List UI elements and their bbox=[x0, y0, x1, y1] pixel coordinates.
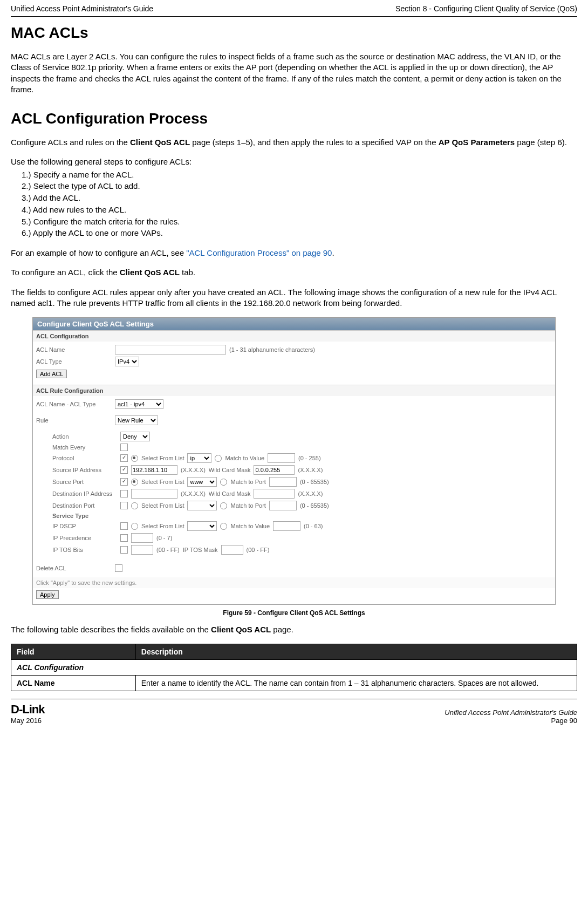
hint-range: (0 - 63) bbox=[304, 523, 323, 529]
label-ip-dscp: IP DSCP bbox=[52, 523, 117, 529]
paragraph-fields-desc: The fields to configure ACL rules appear… bbox=[11, 287, 577, 309]
paragraph-example: For an example of how to configure an AC… bbox=[11, 248, 577, 258]
input-ip-tos-mask[interactable] bbox=[221, 545, 243, 555]
label-select-from-list: Select From List bbox=[141, 523, 184, 529]
label-acl-name: ACL Name bbox=[36, 346, 112, 353]
label-match-to-value: Match to Value bbox=[225, 455, 264, 461]
hint-format: (X.X.X.X) bbox=[298, 490, 323, 497]
td-acl-name-desc: Enter a name to identify the ACL. The na… bbox=[135, 676, 577, 691]
text-fragment: The following table describes the fields… bbox=[11, 625, 211, 634]
header-right: Section 8 - Configuring Client Quality o… bbox=[395, 4, 577, 13]
input-dest-mask[interactable] bbox=[254, 489, 295, 499]
text-fragment: For an example of how to configure an AC… bbox=[11, 248, 186, 257]
heading-mac-acls: MAC ACLs bbox=[11, 24, 577, 42]
checkbox-ip-dscp[interactable] bbox=[120, 522, 128, 530]
label-acl-type: ACL Type bbox=[36, 358, 112, 365]
figure-config-panel: Configure Client QoS ACL Settings ACL Co… bbox=[32, 317, 556, 605]
text-bold: Client QoS ACL bbox=[120, 268, 180, 277]
checkbox-dest-ip[interactable] bbox=[120, 490, 128, 497]
select-acl-type[interactable]: IPv4 bbox=[115, 357, 139, 366]
steps-list: 1.) Specify a name for the ACL. 2.) Sele… bbox=[22, 169, 577, 240]
radio-src-port-value[interactable] bbox=[220, 479, 227, 486]
step-item: 3.) Add the ACL. bbox=[22, 192, 577, 204]
hint-range: (0 - 255) bbox=[298, 455, 321, 461]
label-select-from-list: Select From List bbox=[141, 455, 184, 461]
radio-protocol-value[interactable] bbox=[215, 455, 222, 462]
paragraph-mac-acls-intro: MAC ACLs are Layer 2 ACLs. You can confi… bbox=[11, 51, 577, 95]
footer-page-number: Page 90 bbox=[445, 717, 577, 725]
input-dest-port[interactable] bbox=[269, 501, 297, 510]
checkbox-protocol[interactable] bbox=[120, 454, 128, 462]
checkbox-source-ip[interactable] bbox=[120, 466, 128, 474]
figure-caption: Figure 59 - Configure Client QoS ACL Set… bbox=[11, 609, 577, 617]
checkbox-ip-prec[interactable] bbox=[120, 534, 128, 542]
label-protocol: Protocol bbox=[52, 455, 117, 461]
radio-protocol-list[interactable] bbox=[131, 455, 138, 462]
heading-acl-config-process: ACL Configuration Process bbox=[11, 110, 577, 127]
label-action: Action bbox=[52, 433, 117, 440]
label-service-type: Service Type bbox=[52, 513, 117, 519]
td-subheader-acl-config: ACL Configuration bbox=[11, 660, 577, 676]
hint-acl-name: (1 - 31 alphanumeric characters) bbox=[229, 346, 315, 353]
hint-range: (0 - 65535) bbox=[300, 479, 329, 485]
radio-dscp-list[interactable] bbox=[131, 523, 138, 530]
checkbox-dest-port[interactable] bbox=[120, 502, 128, 509]
text-fragment: . bbox=[332, 248, 334, 257]
radio-dst-port-value[interactable] bbox=[220, 502, 227, 509]
select-protocol[interactable]: ip bbox=[187, 453, 211, 463]
checkbox-source-port[interactable] bbox=[120, 478, 128, 486]
select-source-port[interactable]: www bbox=[187, 477, 217, 487]
label-ip-tos-mask: IP TOS Mask bbox=[183, 547, 218, 553]
label-match-to-value: Match to Value bbox=[230, 523, 270, 529]
select-acl-name-type[interactable]: acl1 - ipv4 bbox=[115, 399, 163, 409]
panel-title-bar: Configure Client QoS ACL Settings bbox=[33, 318, 555, 330]
label-select-from-list: Select From List bbox=[141, 502, 184, 509]
input-source-ip[interactable] bbox=[131, 465, 177, 475]
checkbox-ip-tos[interactable] bbox=[120, 546, 128, 554]
paragraph-table-intro: The following table describes the fields… bbox=[11, 624, 577, 635]
hint-apply: Click "Apply" to save the new settings. bbox=[33, 577, 555, 588]
text-fragment: Configure ACLs and rules on the bbox=[11, 138, 130, 147]
th-description: Description bbox=[135, 644, 577, 660]
checkbox-match-every[interactable] bbox=[120, 444, 128, 451]
step-item: 4.) Add new rules to the ACL. bbox=[22, 204, 577, 216]
select-ip-dscp[interactable] bbox=[187, 521, 217, 531]
hint-range: (00 - FF) bbox=[247, 547, 270, 553]
button-add-acl[interactable]: Add ACL bbox=[36, 370, 67, 378]
button-apply[interactable]: Apply bbox=[36, 590, 59, 599]
step-item: 1.) Specify a name for the ACL. bbox=[22, 169, 577, 181]
checkbox-delete-acl[interactable] bbox=[115, 564, 122, 572]
input-protocol-value[interactable] bbox=[268, 453, 295, 463]
input-ip-dscp[interactable] bbox=[273, 521, 300, 531]
select-rule[interactable]: New Rule bbox=[115, 415, 158, 425]
radio-src-port-list[interactable] bbox=[131, 479, 138, 486]
label-match-every: Match Every bbox=[52, 444, 117, 451]
input-acl-name[interactable] bbox=[115, 345, 226, 354]
section-acl-rule-configuration: ACL Rule Configuration bbox=[33, 385, 555, 396]
radio-dscp-value[interactable] bbox=[220, 523, 227, 530]
label-dest-port: Destination Port bbox=[52, 502, 117, 509]
label-source-ip: Source IP Address bbox=[52, 467, 117, 473]
hint-format: (X.X.X.X) bbox=[298, 467, 323, 473]
link-acl-config-process[interactable]: "ACL Configuration Process" on page 90 bbox=[186, 248, 332, 257]
paragraph-acl-process-intro: Configure ACLs and rules on the Client Q… bbox=[11, 137, 577, 148]
input-source-port[interactable] bbox=[269, 477, 297, 487]
hint-range: (0 - 65535) bbox=[300, 502, 329, 509]
label-wildcard-mask: Wild Card Mask bbox=[209, 467, 251, 473]
input-ip-tos[interactable] bbox=[131, 545, 153, 555]
input-source-mask[interactable] bbox=[254, 465, 295, 475]
input-ip-prec[interactable] bbox=[131, 533, 153, 543]
logo-dlink: D-Link bbox=[11, 703, 44, 717]
select-action[interactable]: Deny bbox=[120, 432, 150, 441]
text-bold: Client QoS ACL bbox=[130, 138, 190, 147]
paragraph-use-steps: Use the following general steps to confi… bbox=[11, 156, 577, 167]
select-dest-port[interactable] bbox=[187, 501, 217, 510]
input-dest-ip[interactable] bbox=[131, 489, 177, 499]
paragraph-to-configure: To configure an ACL, click the Client Qo… bbox=[11, 267, 577, 278]
label-ip-tos-bits: IP TOS Bits bbox=[52, 547, 117, 553]
step-item: 5.) Configure the match criteria for the… bbox=[22, 216, 577, 228]
hint-range: (0 - 7) bbox=[156, 535, 172, 541]
label-match-to-port: Match to Port bbox=[230, 502, 265, 509]
label-acl-name-type: ACL Name - ACL Type bbox=[36, 401, 112, 407]
radio-dst-port-list[interactable] bbox=[131, 502, 138, 509]
